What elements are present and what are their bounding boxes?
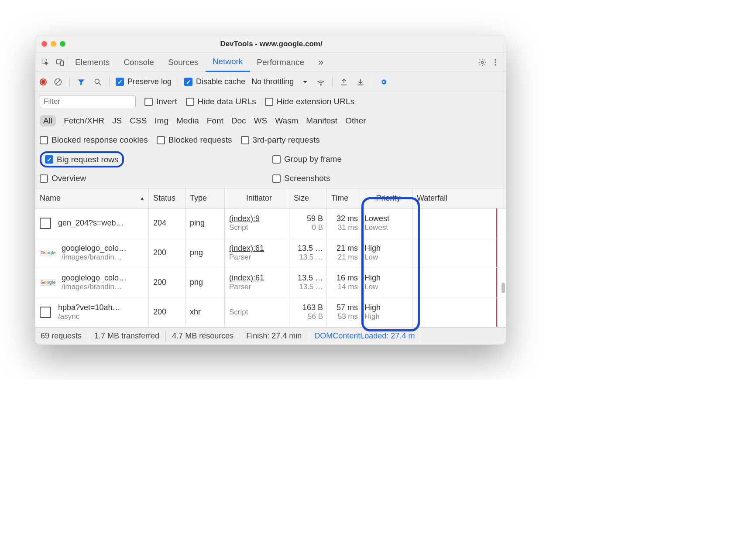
- cell-time-sub: 14 ms: [338, 283, 358, 291]
- table-row[interactable]: gen_204?s=web…204ping(index):9Script59 B…: [35, 208, 506, 238]
- col-status[interactable]: Status: [149, 188, 185, 208]
- import-har-icon[interactable]: [355, 77, 366, 87]
- initiator-type: Script: [229, 308, 289, 317]
- request-path: /images/brandin…: [62, 283, 127, 291]
- svg-rect-2: [61, 61, 64, 65]
- preserve-log-checkbox[interactable]: Preserve log: [116, 77, 172, 86]
- cell-priority-sub: Lowest: [364, 223, 412, 232]
- overview-checkbox[interactable]: Overview: [40, 174, 86, 183]
- cell-size-sub: 0 B: [312, 223, 323, 232]
- network-conditions-icon[interactable]: [316, 77, 326, 87]
- type-other[interactable]: Other: [345, 116, 366, 126]
- more-icon[interactable]: [490, 57, 501, 68]
- preserve-log-label: Preserve log: [127, 77, 172, 86]
- screenshots-label: Screenshots: [284, 174, 330, 183]
- initiator-type: Parser: [229, 253, 289, 262]
- col-initiator[interactable]: Initiator: [225, 188, 289, 208]
- device-toggle-icon[interactable]: [53, 58, 68, 67]
- inspect-icon[interactable]: [38, 58, 53, 67]
- settings-icon[interactable]: [477, 57, 488, 68]
- minimize-window-button[interactable]: [51, 41, 56, 47]
- col-type[interactable]: Type: [185, 188, 225, 208]
- svg-point-11: [320, 84, 322, 85]
- cell-time: 16 ms: [337, 273, 358, 283]
- group-by-frame-checkbox[interactable]: Group by frame: [272, 154, 342, 164]
- hide-data-urls-checkbox[interactable]: Hide data URLs: [186, 97, 256, 106]
- status-transferred: 1.7 MB transferred: [88, 331, 166, 341]
- disable-cache-checkbox[interactable]: Disable cache: [184, 77, 245, 86]
- col-waterfall[interactable]: Waterfall: [412, 188, 506, 208]
- filter-icon[interactable]: [76, 77, 86, 87]
- tab-elements[interactable]: Elements: [68, 53, 117, 72]
- export-har-icon[interactable]: [339, 77, 349, 87]
- close-window-button[interactable]: [41, 41, 47, 47]
- svg-point-4: [495, 59, 496, 60]
- cell-status: 200: [149, 238, 185, 267]
- cell-time-sub: 31 ms: [338, 223, 358, 232]
- svg-point-3: [481, 61, 484, 63]
- tab-console[interactable]: Console: [117, 53, 161, 72]
- big-rows-row: Big request rows Group by frame: [35, 150, 506, 169]
- blocked-cookies-checkbox[interactable]: Blocked response cookies: [40, 135, 148, 145]
- resource-icon: [40, 307, 51, 318]
- cell-time: 21 ms: [337, 244, 358, 253]
- type-wasm[interactable]: Wasm: [275, 116, 298, 126]
- network-toolbar: Preserve log Disable cache No throttling: [35, 72, 506, 92]
- table-row[interactable]: Googlegooglelogo_colo…/images/brandin…20…: [35, 268, 506, 297]
- cell-waterfall: [412, 297, 506, 327]
- sort-indicator-icon: ▲: [139, 195, 145, 201]
- initiator-link[interactable]: (index):61: [229, 244, 289, 253]
- tabs-overflow[interactable]: »: [311, 53, 330, 72]
- type-css[interactable]: CSS: [130, 116, 147, 126]
- col-name[interactable]: Name▲: [35, 188, 149, 208]
- resource-icon: [40, 218, 51, 229]
- overview-row: Overview Screenshots: [35, 169, 506, 188]
- tab-network[interactable]: Network: [206, 53, 250, 72]
- filter-input[interactable]: [40, 95, 136, 108]
- tab-sources[interactable]: Sources: [161, 53, 206, 72]
- cell-waterfall: [412, 208, 506, 238]
- search-icon[interactable]: [93, 77, 103, 87]
- table-row[interactable]: Googlegooglelogo_colo…/images/brandin…20…: [35, 238, 506, 268]
- type-font[interactable]: Font: [207, 116, 223, 126]
- invert-label: Invert: [156, 97, 177, 106]
- status-domcontentloaded: DOMContentLoaded: 27.4 m: [308, 331, 421, 341]
- type-fetch-xhr[interactable]: Fetch/XHR: [64, 116, 104, 126]
- type-media[interactable]: Media: [176, 116, 199, 126]
- initiator-type: Parser: [229, 283, 289, 291]
- svg-point-5: [495, 61, 496, 63]
- col-priority[interactable]: Priority: [360, 188, 412, 208]
- type-js[interactable]: JS: [112, 116, 122, 126]
- initiator-link[interactable]: (index):9: [229, 214, 289, 223]
- blocked-requests-checkbox[interactable]: Blocked requests: [157, 135, 232, 145]
- screenshots-checkbox[interactable]: Screenshots: [272, 174, 330, 183]
- initiator-link[interactable]: (index):61: [229, 273, 289, 283]
- clear-button[interactable]: [53, 77, 63, 87]
- invert-checkbox[interactable]: Invert: [144, 97, 177, 106]
- record-button[interactable]: [40, 79, 47, 85]
- col-time[interactable]: Time: [327, 188, 360, 208]
- cell-size: 59 B: [307, 214, 323, 223]
- disable-cache-label: Disable cache: [196, 77, 245, 86]
- type-img[interactable]: Img: [155, 116, 168, 126]
- cell-size: 13.5 …: [298, 273, 323, 283]
- table-row[interactable]: hpba?vet=10ah…/async200xhrScript163 B56 …: [35, 297, 506, 327]
- cell-time: 32 ms: [337, 214, 358, 223]
- request-name: googlelogo_colo…: [62, 273, 127, 283]
- type-all[interactable]: All: [40, 115, 56, 126]
- maximize-window-button[interactable]: [60, 41, 65, 47]
- hide-extension-urls-checkbox[interactable]: Hide extension URLs: [265, 97, 354, 106]
- cell-priority-sub: Low: [364, 253, 412, 262]
- cell-size-sub: 13.5 …: [299, 283, 323, 291]
- throttle-select[interactable]: No throttling: [251, 77, 309, 86]
- big-request-rows-checkbox[interactable]: Big request rows: [45, 155, 119, 164]
- type-doc[interactable]: Doc: [231, 116, 246, 126]
- type-manifest[interactable]: Manifest: [306, 116, 337, 126]
- network-settings-icon[interactable]: [378, 77, 389, 87]
- cell-time: 57 ms: [337, 303, 358, 312]
- blocked-requests-label: Blocked requests: [168, 135, 232, 145]
- type-ws[interactable]: WS: [254, 116, 268, 126]
- col-size[interactable]: Size: [289, 188, 327, 208]
- tab-performance[interactable]: Performance: [250, 53, 311, 72]
- third-party-checkbox[interactable]: 3rd-party requests: [241, 135, 320, 145]
